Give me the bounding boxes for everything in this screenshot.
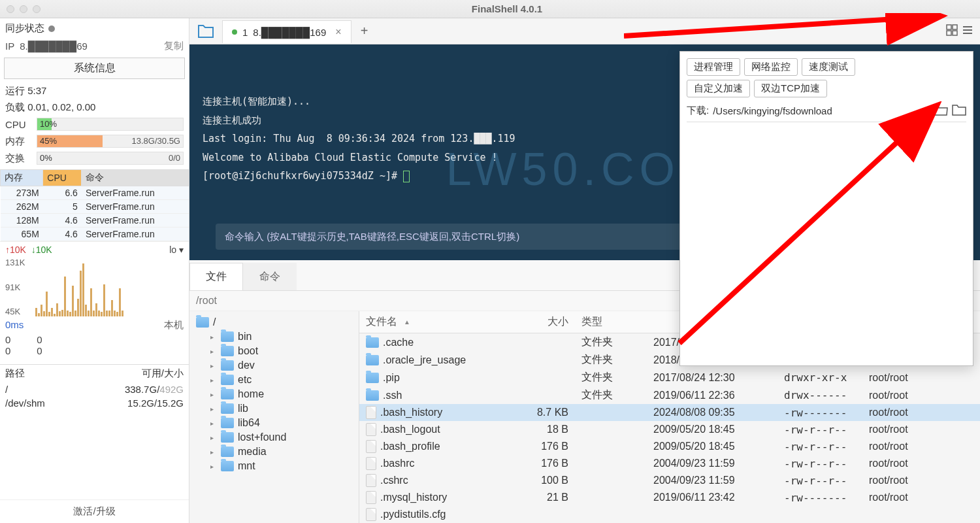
file-row[interactable]: .bash_profile176 B2009/05/20 18:45-rw-r-…	[359, 438, 980, 455]
popup-button[interactable]: 自定义加速	[687, 80, 750, 97]
tree-item[interactable]: ▸home	[192, 387, 356, 401]
process-row[interactable]: 273M6.6ServerFrame.run	[1, 186, 189, 200]
sync-label: 同步状态	[5, 22, 44, 35]
activate-upgrade-button[interactable]: 激活/升级	[0, 499, 189, 523]
popup-button[interactable]: 进程管理	[687, 58, 740, 76]
tree-item[interactable]: ▸bin	[192, 329, 356, 344]
file-header-size[interactable]: 大小	[510, 315, 581, 329]
process-row[interactable]: 65M4.6ServerFrame.run	[1, 228, 189, 241]
tab-commands[interactable]: 命令	[243, 263, 297, 290]
file-row[interactable]: .pydistutils.cfg	[359, 506, 980, 523]
tree-item[interactable]: ▸lib	[192, 401, 356, 416]
tree-item[interactable]: ▸etc	[192, 373, 356, 387]
latency-host: 本机	[164, 319, 184, 331]
titlebar: FinalShell 4.0.1	[0, 0, 980, 18]
cpu-label: CPU	[5, 119, 33, 130]
file-row[interactable]: .bashrc176 B2004/09/23 11:59-rw-r--r--ro…	[359, 455, 980, 472]
connections-icon[interactable]	[189, 24, 222, 39]
process-table: 内存 CPU 命令 273M6.6ServerFrame.run262M5Ser…	[0, 169, 189, 241]
latency-n2: 0	[37, 334, 42, 345]
tab-status-dot	[232, 29, 237, 35]
svg-rect-1	[953, 25, 957, 29]
swap-detail: 0/0	[169, 153, 180, 163]
grid-view-icon[interactable]	[946, 24, 958, 38]
tree-root-label: /	[213, 316, 216, 328]
ip-row: IP 8.███████69 复制	[0, 39, 189, 56]
proc-header-mem[interactable]: 内存	[1, 170, 43, 186]
popup-button[interactable]: 速度测试	[802, 58, 855, 76]
menu-icon[interactable]	[962, 24, 973, 38]
mem-label: 内存	[5, 135, 33, 148]
file-row[interactable]: .mysql_history21 B2019/06/11 23:42-rw---…	[359, 489, 980, 506]
download-label: 下载:	[687, 105, 709, 117]
latency-n0: 0	[5, 334, 10, 345]
close-window-button[interactable]	[7, 5, 14, 13]
file-header-type[interactable]: 类型	[581, 315, 653, 329]
proc-header-cmd[interactable]: 命令	[82, 170, 189, 186]
process-row[interactable]: 262M5ServerFrame.run	[1, 200, 189, 214]
latency-n1: 0	[5, 345, 10, 356]
tree-item[interactable]: ▸lost+found	[192, 430, 356, 445]
folder-icon[interactable]	[952, 104, 966, 118]
tree-item[interactable]: ▸lib64	[192, 416, 356, 430]
tree-item[interactable]: ▸mnt	[192, 459, 356, 473]
sync-status-row: 同步状态	[0, 18, 189, 39]
swap-pct: 0%	[40, 153, 52, 163]
ip-label: IP	[5, 41, 14, 52]
net-download: ↓10K	[31, 245, 52, 255]
process-row[interactable]: 128M4.6ServerFrame.run	[1, 214, 189, 228]
tab-name: 8.███████169	[253, 27, 326, 38]
maximize-window-button[interactable]	[33, 5, 41, 13]
file-row[interactable]: .pip文件夹2017/08/24 12:30drwxr-xr-xroot/ro…	[359, 369, 980, 386]
file-row[interactable]: .ssh文件夹2019/06/11 22:36drwx------root/ro…	[359, 386, 980, 404]
chart-y-1: 91K	[5, 282, 25, 292]
tab-index: 1	[242, 27, 248, 38]
file-row[interactable]: .cshrc100 B2004/09/23 11:59-rw-r--r--roo…	[359, 472, 980, 489]
app-title: FinalShell 4.0.1	[41, 3, 973, 14]
swap-label: 交换	[5, 152, 33, 165]
interface-selector[interactable]: lo ▾	[169, 245, 184, 255]
directory-tree[interactable]: / ▸bin▸boot▸dev▸etc▸home▸lib▸lib64▸lost+…	[189, 311, 359, 523]
chart-y-2: 45K	[5, 307, 25, 316]
tree-item[interactable]: ▸boot	[192, 344, 356, 358]
minimize-window-button[interactable]	[20, 5, 27, 13]
download-path: /Users/kingying/fsdownload	[713, 105, 832, 116]
copy-ip-button[interactable]: 复制	[164, 40, 184, 52]
open-folder-icon[interactable]	[934, 104, 948, 118]
tab-bar: 1 8.███████169 × +	[189, 18, 980, 44]
tab-close-icon[interactable]: ×	[335, 26, 341, 38]
popup-button[interactable]: 网络监控	[744, 58, 798, 76]
uptime-text: 运行 5:37	[5, 85, 46, 97]
sync-status-dot	[48, 25, 55, 32]
add-tab-button[interactable]: +	[351, 24, 378, 39]
tree-root[interactable]: /	[192, 315, 356, 329]
load-text: 负载 0.01, 0.02, 0.00	[5, 101, 95, 114]
file-row[interactable]: .bash_history8.7 KB2024/08/08 09:35-rw--…	[359, 404, 980, 421]
disk-header-size[interactable]: 可用/大小	[79, 365, 189, 383]
folder-icon	[196, 317, 209, 328]
latency-n3: 0	[37, 345, 42, 356]
connection-tab[interactable]: 1 8.███████169 ×	[222, 20, 351, 43]
swap-bar: 0% 0/0	[37, 152, 184, 165]
net-upload: ↑10K	[5, 245, 26, 255]
proc-header-cpu[interactable]: CPU	[43, 170, 82, 186]
mem-pct: 45%	[40, 136, 57, 146]
tree-item[interactable]: ▸media	[192, 445, 356, 459]
system-info-button[interactable]: 系统信息	[4, 58, 185, 79]
disk-table: 路径 可用/大小 /338.7G/492G/dev/shm15.2G/15.2G	[0, 364, 189, 410]
file-header-name[interactable]: 文件名	[366, 315, 397, 329]
tab-files[interactable]: 文件	[189, 263, 243, 290]
latency-ms: 0ms	[5, 319, 24, 331]
chart-y-0: 131K	[5, 258, 25, 267]
mem-detail: 13.8G/30.5G	[132, 136, 180, 146]
disk-row: /dev/shm15.2G/15.2G	[0, 396, 189, 410]
dropdown-icon[interactable]: ▾	[924, 105, 930, 117]
network-chart	[30, 258, 129, 316]
disk-header-path[interactable]: 路径	[0, 365, 79, 383]
file-row[interactable]: .bash_logout18 B2009/05/20 18:45-rw-r--r…	[359, 421, 980, 438]
svg-rect-0	[947, 25, 951, 29]
tree-item[interactable]: ▸dev	[192, 358, 356, 373]
window-controls	[7, 5, 41, 13]
cpu-bar: 10%	[37, 118, 184, 131]
popup-button[interactable]: 双边TCP加速	[754, 80, 827, 97]
